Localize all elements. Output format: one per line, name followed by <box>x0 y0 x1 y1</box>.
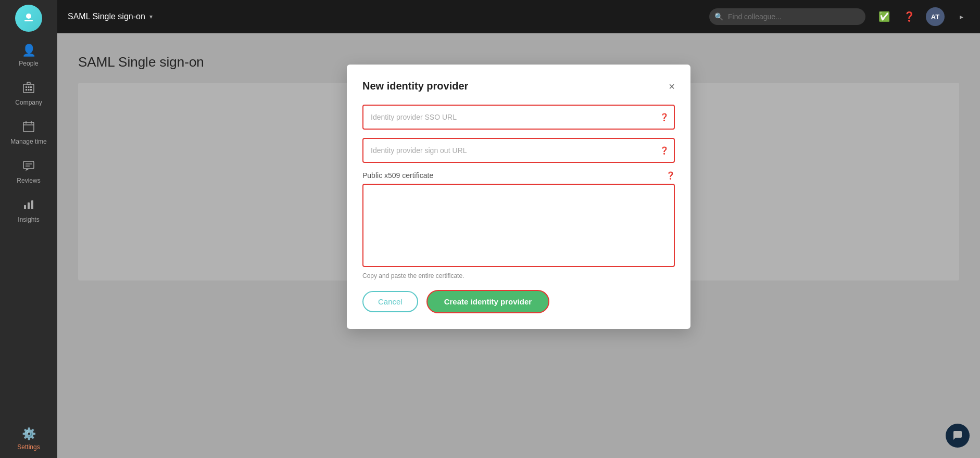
sidebar-item-label: Insights <box>18 216 39 223</box>
svg-rect-6 <box>26 89 27 91</box>
modal-overlay: New identity provider × ❓ ❓ ❓ Public x50… <box>57 33 980 458</box>
page-area: SAML Single sign-on It looks like New id… <box>57 33 980 458</box>
modal-footer: Cancel Create identity provider <box>362 290 675 313</box>
sidebar-item-label: People <box>19 60 38 67</box>
sidebar-item-label: Settings <box>17 443 40 451</box>
signout-url-input[interactable] <box>362 138 675 163</box>
svg-rect-17 <box>24 205 26 209</box>
svg-rect-18 <box>28 202 30 209</box>
svg-point-0 <box>26 14 31 19</box>
sidebar-item-label: Reviews <box>17 177 40 184</box>
topbar-icons: ✅ ❓ AT ▸ <box>876 7 970 26</box>
avatar-initials: AT <box>931 13 939 21</box>
svg-rect-5 <box>30 86 32 88</box>
sidebar-item-label: Manage time <box>10 138 46 145</box>
settings-icon: ⚙️ <box>22 427 36 441</box>
sidebar-item-manage-time[interactable]: Manage time <box>0 113 57 152</box>
certificate-label: Public x509 certificate <box>362 171 675 180</box>
certificate-section: ❓ Public x509 certificate Copy and paste… <box>362 171 675 279</box>
sidebar-item-settings[interactable]: ⚙️ Settings <box>0 420 57 458</box>
sidebar: 👤 People Company Ma <box>0 0 57 458</box>
sso-url-input[interactable] <box>362 105 675 130</box>
svg-rect-8 <box>30 89 32 91</box>
create-identity-provider-button[interactable]: Create identity provider <box>426 290 549 313</box>
svg-rect-2 <box>23 84 34 93</box>
certificate-textarea[interactable] <box>362 184 675 267</box>
sidebar-item-label: Company <box>15 99 42 106</box>
sidebar-item-reviews[interactable]: Reviews <box>0 152 57 192</box>
svg-rect-7 <box>28 89 30 91</box>
sso-url-field-wrapper: ❓ <box>362 105 675 130</box>
chevron-down-icon[interactable]: ▾ <box>149 13 153 20</box>
signout-url-help-icon[interactable]: ❓ <box>660 146 669 155</box>
new-identity-provider-modal: New identity provider × ❓ ❓ ❓ Public x50… <box>347 65 690 329</box>
svg-rect-10 <box>23 122 34 132</box>
tasks-icon[interactable]: ✅ <box>876 8 893 25</box>
svg-rect-19 <box>31 200 33 209</box>
topbar-title: SAML Single sign-on ▾ <box>68 12 153 21</box>
manage-time-icon <box>23 121 34 135</box>
modal-title: New identity provider <box>362 80 468 92</box>
topbar: SAML Single sign-on ▾ 🔍 ✅ ❓ AT ▸ <box>57 0 980 33</box>
sidebar-logo <box>0 0 57 36</box>
certificate-help-icon[interactable]: ❓ <box>666 171 675 180</box>
find-colleague-input[interactable] <box>709 8 865 25</box>
main-content: SAML Single sign-on ▾ 🔍 ✅ ❓ AT ▸ SAML Si… <box>57 0 980 458</box>
insights-icon <box>23 199 34 213</box>
avatar[interactable]: AT <box>926 7 945 26</box>
svg-rect-4 <box>28 86 30 88</box>
svg-rect-3 <box>26 86 27 88</box>
close-button[interactable]: × <box>669 81 675 92</box>
svg-rect-14 <box>23 161 34 169</box>
chevron-right-icon[interactable]: ▸ <box>953 8 970 25</box>
topbar-title-text: SAML Single sign-on <box>68 12 145 21</box>
svg-rect-1 <box>24 20 33 21</box>
reviews-icon <box>23 160 34 174</box>
sidebar-item-company[interactable]: Company <box>0 74 57 113</box>
sidebar-item-insights[interactable]: Insights <box>0 192 57 231</box>
app-logo[interactable] <box>15 5 42 32</box>
cancel-button[interactable]: Cancel <box>362 291 418 312</box>
people-icon: 👤 <box>22 44 36 57</box>
svg-rect-9 <box>27 82 30 84</box>
certificate-hint: Copy and paste the entire certificate. <box>362 272 675 279</box>
search-wrapper: 🔍 <box>709 8 865 25</box>
modal-header: New identity provider × <box>362 80 675 92</box>
help-icon[interactable]: ❓ <box>901 8 918 25</box>
company-icon <box>23 82 34 96</box>
sso-url-help-icon[interactable]: ❓ <box>660 113 669 121</box>
signout-url-field-wrapper: ❓ <box>362 138 675 163</box>
search-icon: 🔍 <box>714 12 723 21</box>
sidebar-item-people[interactable]: 👤 People <box>0 36 57 74</box>
